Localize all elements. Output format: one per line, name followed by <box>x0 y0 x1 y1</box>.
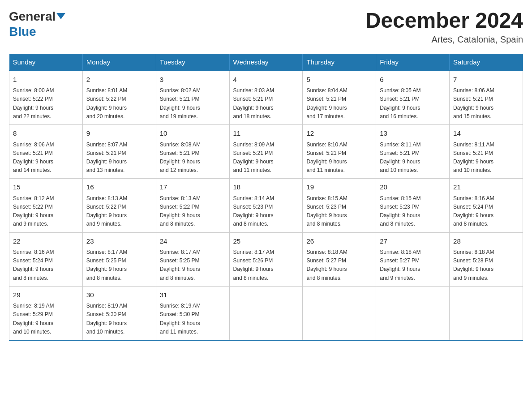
day-number: 25 <box>233 236 299 247</box>
calendar-cell: 7 Sunrise: 8:06 AMSunset: 5:21 PMDayligh… <box>450 71 523 125</box>
calendar-cell: 23 Sunrise: 8:17 AMSunset: 5:25 PMDaylig… <box>82 232 156 286</box>
day-info: Sunrise: 8:10 AMSunset: 5:21 PMDaylight:… <box>306 141 372 175</box>
day-number: 29 <box>13 290 79 300</box>
calendar-cell: 8 Sunrise: 8:06 AMSunset: 5:21 PMDayligh… <box>9 125 83 179</box>
calendar-cell: 24 Sunrise: 8:17 AMSunset: 5:25 PMDaylig… <box>156 232 229 286</box>
day-number: 1 <box>13 75 79 85</box>
week-row-3: 15 Sunrise: 8:12 AMSunset: 5:22 PMDaylig… <box>9 179 523 232</box>
day-info: Sunrise: 8:18 AMSunset: 5:28 PMDaylight:… <box>453 248 519 283</box>
logo-general: General <box>9 9 56 23</box>
calendar-cell: 3 Sunrise: 8:02 AMSunset: 5:21 PMDayligh… <box>156 71 229 125</box>
calendar-cell: 14 Sunrise: 8:11 AMSunset: 5:21 PMDaylig… <box>450 125 523 179</box>
day-info: Sunrise: 8:17 AMSunset: 5:25 PMDaylight:… <box>160 248 226 283</box>
day-number: 23 <box>86 236 152 247</box>
day-info: Sunrise: 8:01 AMSunset: 5:22 PMDaylight:… <box>86 86 152 121</box>
day-info: Sunrise: 8:03 AMSunset: 5:21 PMDaylight:… <box>233 86 299 121</box>
day-number: 28 <box>453 236 519 247</box>
calendar-cell <box>450 286 523 340</box>
day-info: Sunrise: 8:13 AMSunset: 5:22 PMDaylight:… <box>160 194 226 229</box>
day-number: 30 <box>86 290 152 300</box>
title-section: December 2024 Artes, Catalonia, Spain <box>365 9 523 45</box>
header-row: SundayMondayTuesdayWednesdayThursdayFrid… <box>9 54 523 71</box>
calendar-cell: 29 Sunrise: 8:19 AMSunset: 5:29 PMDaylig… <box>9 286 83 340</box>
day-number: 14 <box>453 128 519 139</box>
day-number: 3 <box>160 75 226 85</box>
day-info: Sunrise: 8:06 AMSunset: 5:21 PMDaylight:… <box>453 86 519 121</box>
header-day-thursday: Thursday <box>303 54 376 71</box>
day-number: 27 <box>380 236 446 247</box>
day-info: Sunrise: 8:05 AMSunset: 5:21 PMDaylight:… <box>380 86 446 121</box>
day-number: 2 <box>86 75 152 85</box>
calendar-cell: 12 Sunrise: 8:10 AMSunset: 5:21 PMDaylig… <box>303 125 376 179</box>
day-info: Sunrise: 8:18 AMSunset: 5:27 PMDaylight:… <box>380 248 446 283</box>
day-info: Sunrise: 8:08 AMSunset: 5:21 PMDaylight:… <box>160 141 226 175</box>
page-header: General Blue December 2024 Artes, Catalo… <box>9 9 523 45</box>
header-day-sunday: Sunday <box>9 54 83 71</box>
day-info: Sunrise: 8:02 AMSunset: 5:21 PMDaylight:… <box>160 86 226 121</box>
calendar-cell: 19 Sunrise: 8:15 AMSunset: 5:23 PMDaylig… <box>303 179 376 232</box>
day-info: Sunrise: 8:13 AMSunset: 5:22 PMDaylight:… <box>86 194 152 229</box>
header-day-wednesday: Wednesday <box>229 54 303 71</box>
calendar-cell: 6 Sunrise: 8:05 AMSunset: 5:21 PMDayligh… <box>376 71 450 125</box>
calendar-cell: 11 Sunrise: 8:09 AMSunset: 5:21 PMDaylig… <box>229 125 303 179</box>
day-number: 9 <box>86 128 152 139</box>
calendar-cell: 22 Sunrise: 8:16 AMSunset: 5:24 PMDaylig… <box>9 232 83 286</box>
header-day-tuesday: Tuesday <box>156 54 229 71</box>
calendar-cell: 4 Sunrise: 8:03 AMSunset: 5:21 PMDayligh… <box>229 71 303 125</box>
logo: General Blue <box>9 9 65 39</box>
calendar-title: December 2024 <box>365 9 523 33</box>
calendar-cell: 28 Sunrise: 8:18 AMSunset: 5:28 PMDaylig… <box>450 232 523 286</box>
day-info: Sunrise: 8:00 AMSunset: 5:22 PMDaylight:… <box>13 86 79 121</box>
calendar-cell: 27 Sunrise: 8:18 AMSunset: 5:27 PMDaylig… <box>376 232 450 286</box>
day-info: Sunrise: 8:17 AMSunset: 5:26 PMDaylight:… <box>233 248 299 283</box>
day-info: Sunrise: 8:19 AMSunset: 5:29 PMDaylight:… <box>13 302 79 336</box>
day-number: 19 <box>306 182 372 193</box>
calendar-cell: 1 Sunrise: 8:00 AMSunset: 5:22 PMDayligh… <box>9 71 83 125</box>
week-row-5: 29 Sunrise: 8:19 AMSunset: 5:29 PMDaylig… <box>9 286 523 340</box>
day-info: Sunrise: 8:04 AMSunset: 5:21 PMDaylight:… <box>306 86 372 121</box>
calendar-cell: 26 Sunrise: 8:18 AMSunset: 5:27 PMDaylig… <box>303 232 376 286</box>
day-info: Sunrise: 8:19 AMSunset: 5:30 PMDaylight:… <box>160 302 226 336</box>
calendar-cell: 17 Sunrise: 8:13 AMSunset: 5:22 PMDaylig… <box>156 179 229 232</box>
day-number: 24 <box>160 236 226 247</box>
header-day-friday: Friday <box>376 54 450 71</box>
week-row-1: 1 Sunrise: 8:00 AMSunset: 5:22 PMDayligh… <box>9 71 523 125</box>
week-row-4: 22 Sunrise: 8:16 AMSunset: 5:24 PMDaylig… <box>9 232 523 286</box>
day-number: 26 <box>306 236 372 247</box>
day-info: Sunrise: 8:17 AMSunset: 5:25 PMDaylight:… <box>86 248 152 283</box>
day-number: 6 <box>380 75 446 85</box>
day-number: 8 <box>13 128 79 139</box>
logo-arrow <box>56 13 65 19</box>
day-info: Sunrise: 8:12 AMSunset: 5:22 PMDaylight:… <box>13 194 79 229</box>
day-info: Sunrise: 8:16 AMSunset: 5:24 PMDaylight:… <box>13 248 79 283</box>
day-info: Sunrise: 8:14 AMSunset: 5:23 PMDaylight:… <box>233 194 299 229</box>
day-number: 7 <box>453 75 519 85</box>
day-info: Sunrise: 8:11 AMSunset: 5:21 PMDaylight:… <box>380 141 446 175</box>
day-number: 18 <box>233 182 299 193</box>
calendar-cell: 2 Sunrise: 8:01 AMSunset: 5:22 PMDayligh… <box>82 71 156 125</box>
day-info: Sunrise: 8:07 AMSunset: 5:21 PMDaylight:… <box>86 141 152 175</box>
day-number: 21 <box>453 182 519 193</box>
calendar-cell: 31 Sunrise: 8:19 AMSunset: 5:30 PMDaylig… <box>156 286 229 340</box>
calendar-cell <box>229 286 303 340</box>
calendar-cell: 25 Sunrise: 8:17 AMSunset: 5:26 PMDaylig… <box>229 232 303 286</box>
day-info: Sunrise: 8:11 AMSunset: 5:21 PMDaylight:… <box>453 141 519 175</box>
day-info: Sunrise: 8:06 AMSunset: 5:21 PMDaylight:… <box>13 141 79 175</box>
calendar-cell: 30 Sunrise: 8:19 AMSunset: 5:30 PMDaylig… <box>82 286 156 340</box>
day-number: 22 <box>13 236 79 247</box>
day-info: Sunrise: 8:15 AMSunset: 5:23 PMDaylight:… <box>306 194 372 229</box>
calendar-cell: 21 Sunrise: 8:16 AMSunset: 5:24 PMDaylig… <box>450 179 523 232</box>
day-number: 11 <box>233 128 299 139</box>
calendar-cell: 10 Sunrise: 8:08 AMSunset: 5:21 PMDaylig… <box>156 125 229 179</box>
day-number: 16 <box>86 182 152 193</box>
day-number: 12 <box>306 128 372 139</box>
header-day-monday: Monday <box>82 54 156 71</box>
day-info: Sunrise: 8:18 AMSunset: 5:27 PMDaylight:… <box>306 248 372 283</box>
calendar-cell: 9 Sunrise: 8:07 AMSunset: 5:21 PMDayligh… <box>82 125 156 179</box>
day-info: Sunrise: 8:09 AMSunset: 5:21 PMDaylight:… <box>233 141 299 175</box>
day-number: 20 <box>380 182 446 193</box>
day-info: Sunrise: 8:19 AMSunset: 5:30 PMDaylight:… <box>86 302 152 336</box>
day-number: 4 <box>233 75 299 85</box>
calendar-cell: 13 Sunrise: 8:11 AMSunset: 5:21 PMDaylig… <box>376 125 450 179</box>
calendar-cell: 5 Sunrise: 8:04 AMSunset: 5:21 PMDayligh… <box>303 71 376 125</box>
